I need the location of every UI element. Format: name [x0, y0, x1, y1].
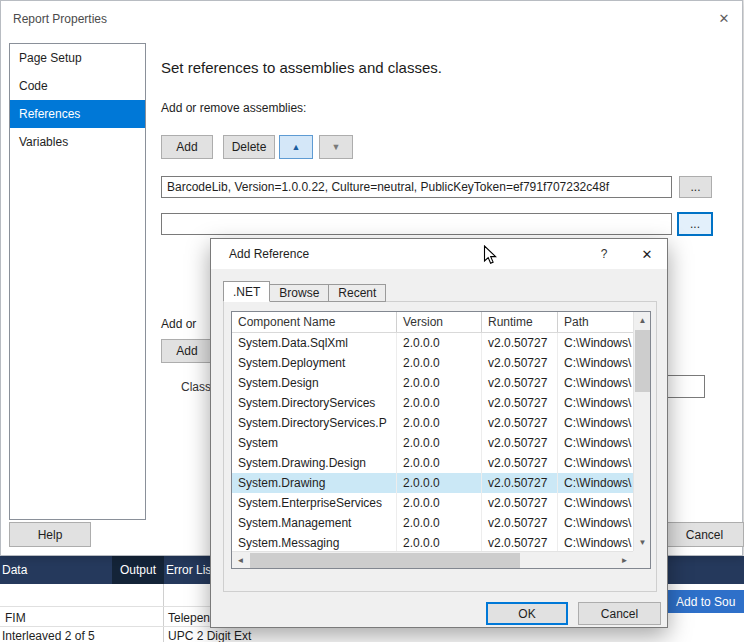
- scroll-left-icon[interactable]: ◄: [232, 552, 249, 569]
- assembly-cell-name: System: [232, 433, 397, 453]
- scroll-up-icon[interactable]: ▲: [634, 312, 651, 329]
- classes-label: Add or: [161, 317, 196, 331]
- up-arrow-icon: ▲: [292, 142, 301, 152]
- column-header-version[interactable]: Version: [397, 312, 482, 332]
- add-to-source-button[interactable]: Add to Sou: [668, 590, 744, 613]
- assembly-cell-path: C:\Windows\: [558, 473, 633, 493]
- sidebar-item-code[interactable]: Code: [10, 72, 145, 100]
- assembly-cell-runtime: v2.0.50727: [482, 333, 558, 353]
- sidebar-item-references[interactable]: References: [10, 100, 145, 128]
- mouse-cursor: [483, 245, 497, 266]
- assembly-cell-path: C:\Windows\: [558, 453, 633, 473]
- sidebar-item-page-setup[interactable]: Page Setup: [10, 44, 145, 72]
- assembly-cell-path: C:\Windows\: [558, 373, 633, 393]
- assembly-cell-runtime: v2.0.50727: [482, 393, 558, 413]
- assembly-input-1[interactable]: [161, 176, 672, 198]
- column-header-runtime[interactable]: Runtime: [482, 312, 558, 332]
- assembly-cell-runtime: v2.0.50727: [482, 473, 558, 493]
- assembly-row[interactable]: System.Drawing.Design2.0.0.0v2.0.50727C:…: [232, 453, 633, 473]
- screen: Data Output Error Lis FIM Telepen Interl…: [0, 0, 744, 642]
- assembly-cell-version: 2.0.0.0: [397, 533, 482, 551]
- add-reference-tabs: .NET Browse Recent: [224, 281, 386, 302]
- assembly-row[interactable]: System.DirectoryServices.P2.0.0.0v2.0.50…: [232, 413, 633, 433]
- report-properties-cancel-button[interactable]: Cancel: [665, 522, 744, 547]
- assembly-cell-version: 2.0.0.0: [397, 333, 482, 353]
- help-button[interactable]: Help: [9, 522, 91, 547]
- tab-dotnet[interactable]: .NET: [223, 281, 270, 302]
- add-assembly-button[interactable]: Add: [161, 135, 213, 159]
- sidebar-item-variables[interactable]: Variables: [10, 128, 145, 156]
- assembly-cell-name: System.Design: [232, 373, 397, 393]
- page-heading: Set references to assemblies and classes…: [161, 59, 442, 76]
- assembly-row[interactable]: System.Data.SqlXml2.0.0.0v2.0.50727C:\Wi…: [232, 333, 633, 353]
- assembly-cell-name: System.Deployment: [232, 353, 397, 373]
- assembly-cell-name: System.Drawing.Design: [232, 453, 397, 473]
- assembly-cell-runtime: v2.0.50727: [482, 453, 558, 473]
- move-up-button[interactable]: ▲: [279, 135, 313, 159]
- tab-output[interactable]: Output: [112, 556, 164, 584]
- tab-data[interactable]: Data: [2, 563, 27, 577]
- assembly-cell-path: C:\Windows\: [558, 353, 633, 373]
- dialog-title: Add Reference: [229, 247, 309, 261]
- tab-browse[interactable]: Browse: [269, 284, 329, 302]
- assembly-row[interactable]: System.EnterpriseServices2.0.0.0v2.0.507…: [232, 493, 633, 513]
- assembly-row[interactable]: System.Design2.0.0.0v2.0.50727C:\Windows…: [232, 373, 633, 393]
- assembly-cell-path: C:\Windows\: [558, 513, 633, 533]
- assembly-cell-runtime: v2.0.50727: [482, 533, 558, 551]
- down-arrow-icon: ▼: [332, 142, 341, 152]
- grid-cell[interactable]: UPC 2 Digit Ext: [168, 629, 251, 642]
- assembly-cell-version: 2.0.0.0: [397, 433, 482, 453]
- grid-cell[interactable]: Telepen: [168, 611, 210, 625]
- assembly-cell-name: System.DirectoryServices.P: [232, 413, 397, 433]
- assembly-cell-name: System.Management: [232, 513, 397, 533]
- assembly-cell-name: System.Data.SqlXml: [232, 333, 397, 353]
- add-class-button[interactable]: Add: [161, 339, 213, 363]
- move-down-button[interactable]: ▼: [319, 135, 353, 159]
- assembly-cell-runtime: v2.0.50727: [482, 373, 558, 393]
- vertical-scroll-thumb[interactable]: [635, 330, 650, 392]
- assembly-list: System.Data.SqlXml2.0.0.0v2.0.50727C:\Wi…: [232, 333, 633, 551]
- horizontal-scroll-thumb[interactable]: [250, 553, 520, 568]
- add-reference-dialog: Add Reference ? ✕ .NET Browse Recent Com…: [210, 238, 668, 628]
- column-header-component-name[interactable]: Component Name: [232, 312, 397, 332]
- assembly-cell-path: C:\Windows\: [558, 433, 633, 453]
- grid-cell[interactable]: Interleaved 2 of 5: [2, 629, 95, 642]
- assembly-table-header: Component Name Version Runtime Path: [232, 312, 633, 333]
- assembly-cell-path: C:\Windows\: [558, 393, 633, 413]
- add-reference-cancel-button[interactable]: Cancel: [578, 602, 661, 625]
- assembly-input-2[interactable]: [161, 213, 672, 235]
- assembly-row[interactable]: System2.0.0.0v2.0.50727C:\Windows\: [232, 433, 633, 453]
- assembly-cell-runtime: v2.0.50727: [482, 413, 558, 433]
- ok-button[interactable]: OK: [486, 602, 568, 625]
- assembly-cell-version: 2.0.0.0: [397, 413, 482, 433]
- assembly-cell-name: System.EnterpriseServices: [232, 493, 397, 513]
- scroll-right-icon[interactable]: ►: [616, 552, 633, 569]
- assembly-row[interactable]: System.Management2.0.0.0v2.0.50727C:\Win…: [232, 513, 633, 533]
- vertical-scrollbar[interactable]: ▲ ▼: [633, 312, 650, 551]
- assembly-row[interactable]: System.Deployment2.0.0.0v2.0.50727C:\Win…: [232, 353, 633, 373]
- close-icon[interactable]: ✕: [714, 8, 734, 28]
- dialog-title: Report Properties: [13, 12, 107, 26]
- assembly-row[interactable]: System.DirectoryServices2.0.0.0v2.0.5072…: [232, 393, 633, 413]
- close-icon[interactable]: ✕: [635, 244, 659, 264]
- assembly-cell-version: 2.0.0.0: [397, 373, 482, 393]
- help-icon[interactable]: ?: [593, 244, 615, 264]
- tab-error-list[interactable]: Error Lis: [166, 563, 211, 577]
- assembly-row[interactable]: System.Drawing2.0.0.0v2.0.50727C:\Window…: [232, 473, 633, 493]
- assembly-cell-path: C:\Windows\: [558, 493, 633, 513]
- assembly-cell-runtime: v2.0.50727: [482, 513, 558, 533]
- assembly-cell-path: C:\Windows\: [558, 333, 633, 353]
- browse-assembly-1-button[interactable]: ...: [679, 176, 712, 198]
- assembly-cell-version: 2.0.0.0: [397, 473, 482, 493]
- browse-assembly-2-button[interactable]: ...: [677, 212, 713, 236]
- grid-cell[interactable]: FIM: [5, 611, 26, 625]
- grid-column-divider: [163, 584, 164, 642]
- delete-assembly-button[interactable]: Delete: [223, 135, 275, 159]
- tab-recent[interactable]: Recent: [328, 284, 386, 302]
- assembly-cell-name: System.Messaging: [232, 533, 397, 551]
- horizontal-scrollbar[interactable]: ◄ ►: [232, 551, 633, 568]
- scroll-down-icon[interactable]: ▼: [634, 534, 651, 551]
- column-header-path[interactable]: Path: [558, 312, 633, 332]
- assembly-row[interactable]: System.Messaging2.0.0.0v2.0.50727C:\Wind…: [232, 533, 633, 551]
- assembly-cell-name: System.DirectoryServices: [232, 393, 397, 413]
